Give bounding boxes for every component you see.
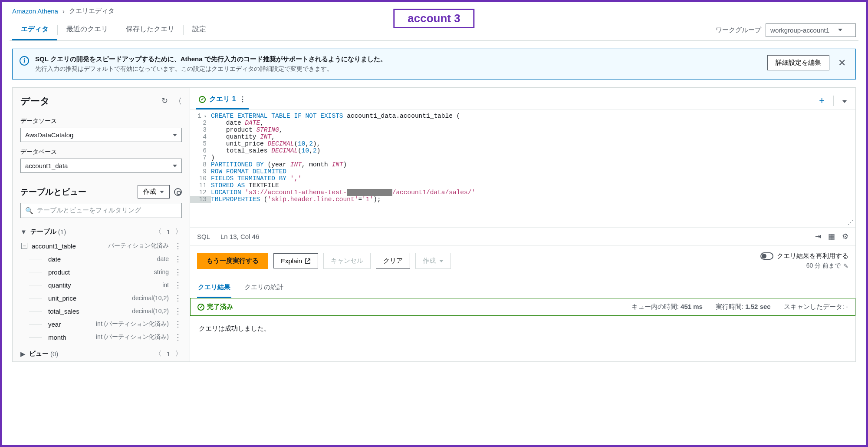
editor-language: SQL [197,233,210,240]
caret-down-icon [439,260,444,262]
table-row[interactable]: − account1_table パーティション化済み ⋮ [13,239,190,252]
sidebar-title: データ [20,95,50,108]
column-type: decimal(10,2) [132,295,169,301]
reuse-results-toggle[interactable] [760,252,773,260]
views-group[interactable]: ▶ ビュー (0) 〈 1 〉 [13,346,190,361]
collapse-sidebar-icon[interactable]: 〈 [174,96,182,106]
account-badge: account 3 [393,9,474,28]
next-page-icon[interactable]: 〉 [175,228,182,236]
column-name: total_sales [48,308,79,315]
datasource-select[interactable]: AwsDataCatalog [20,128,182,142]
column-row: yearint (パーティション化済み)⋮ [13,318,190,331]
triangle-right-icon: ▶ [20,350,26,358]
column-row: datedate⋮ [13,252,190,265]
column-name: date [48,255,61,263]
tab-menu-icon[interactable] [840,97,849,104]
column-type: int [162,281,169,288]
result-message: クエリは成功しました。 [190,316,855,341]
triangle-down-icon: ▼ [20,228,27,235]
column-type: string [154,268,169,275]
column-row: total_salesdecimal(10,2)⋮ [13,305,190,318]
info-icon: i [20,56,29,66]
result-status-bar: ✓ 完了済み キュー内の時間: 451 ms 実行時間: 1.52 sec スキ… [190,298,855,316]
column-name: unit_price [48,295,76,302]
caret-down-icon [838,29,842,31]
data-sidebar: データ ↻ 〈 データソース AwsDataCatalog データベース [12,87,190,362]
tab-saved[interactable]: 保存したクエリ [117,20,183,40]
banner-subtitle: 先行入力の推奨はデフォルトで有効になっています。この設定はクエリエディタの詳細設… [35,65,387,73]
query-tab-1[interactable]: ✓ クエリ 1 ⋮ [196,92,249,109]
kebab-menu-icon[interactable]: ⋮ [174,281,182,289]
breadcrumb-service-link[interactable]: Amazon Athena [12,7,58,15]
database-select[interactable]: account1_data [20,159,182,173]
column-type: int (パーティション化済み) [96,320,169,328]
filter-input[interactable]: 🔍 テーブルとビューをフィルタリング [20,203,182,218]
cancel-button: キャンセル [323,253,371,269]
column-name: product [48,268,70,276]
kebab-menu-icon[interactable]: ⋮ [174,242,182,250]
prev-page-icon[interactable]: 〈 [155,350,161,358]
column-type: int (パーティション化済み) [96,333,169,341]
tab-editor[interactable]: エディタ [12,20,57,40]
code-editor[interactable]: 1CREATE EXTERNAL TABLE IF NOT EXISTS acc… [190,110,855,227]
caret-down-icon [160,191,164,193]
pencil-icon[interactable]: ✎ [843,262,848,269]
resize-handle-icon[interactable]: ⋰ [848,219,854,226]
banner-title: SQL クエリの開発をスピードアップするために、Athena で先行入力のコード… [35,55,387,63]
check-circle-icon: ✓ [197,304,204,311]
prev-page-icon[interactable]: 〈 [155,228,161,236]
tab-query-results[interactable]: クエリ結果 [197,283,231,298]
column-row: monthint (パーティション化済み)⋮ [13,331,190,344]
kebab-menu-icon[interactable]: ⋮ [239,95,246,103]
clear-button[interactable]: クリア [376,253,410,269]
explain-button[interactable]: Explain [273,253,318,268]
external-link-icon [305,258,311,264]
editor-status-bar: SQL Ln 13, Col 46 ⇥ ▦ ⚙ [190,227,855,245]
kebab-menu-icon[interactable]: ⋮ [174,268,182,276]
kebab-menu-icon[interactable]: ⋮ [174,255,182,263]
tab-settings[interactable]: 設定 [184,20,215,40]
kebab-menu-icon[interactable]: ⋮ [174,333,182,341]
column-row: quantityint⋮ [13,278,190,291]
chevron-right-icon: › [62,7,65,15]
column-name: quantity [48,281,71,289]
database-label: データベース [20,148,182,156]
settings-icon[interactable]: ⚙ [842,232,848,241]
format-icon[interactable]: ⇥ [815,232,821,241]
column-type: date [157,255,169,262]
refresh-icon[interactable]: ↻ [161,96,168,106]
tab-recent[interactable]: 最近のクエリ [58,20,117,40]
page-number: 1 [167,228,170,235]
kebab-menu-icon[interactable]: ⋮ [174,294,182,302]
workgroup-value: workgroup-account1 [770,26,829,34]
gear-icon[interactable] [174,188,182,196]
run-again-button[interactable]: もう一度実行する [197,253,268,269]
workgroup-label: ワークグループ [716,26,761,34]
banner-action-button[interactable]: 詳細設定を編集 [767,55,829,70]
next-page-icon[interactable]: 〉 [175,350,182,358]
add-query-tab-icon[interactable]: + [816,95,827,106]
column-type: decimal(10,2) [132,308,169,315]
tables-views-title: テーブルとビュー [20,186,86,198]
page-number: 1 [167,350,170,358]
column-name: month [48,334,66,341]
reuse-results-time: 60 分 前まで [806,262,841,270]
breadcrumb-current: クエリエディタ [69,7,115,15]
column-row: unit_pricedecimal(10,2)⋮ [13,291,190,305]
caret-down-icon [173,165,177,167]
editor-pane: ✓ クエリ 1 ⋮ + 1CREATE EXTERNAL TABLE IF NO… [190,87,856,362]
caret-down-icon [173,134,177,136]
workgroup-select[interactable]: workgroup-account1 [766,23,856,37]
close-icon[interactable]: ✕ [835,57,848,69]
check-circle-icon: ✓ [199,96,206,103]
create-button[interactable]: 作成 [138,185,170,199]
search-icon: 🔍 [25,207,33,215]
layout-icon[interactable]: ▦ [828,232,835,241]
kebab-menu-icon[interactable]: ⋮ [174,320,182,328]
tab-query-stats[interactable]: クエリの統計 [243,283,284,298]
minus-icon[interactable]: − [21,243,27,249]
reuse-results-label: クエリ結果を再利用する [777,252,848,260]
tables-group[interactable]: ▼ テーブル (1) 〈 1 〉 [13,224,190,239]
create-dropdown-button[interactable]: 作成 [415,253,451,269]
kebab-menu-icon[interactable]: ⋮ [174,307,182,315]
